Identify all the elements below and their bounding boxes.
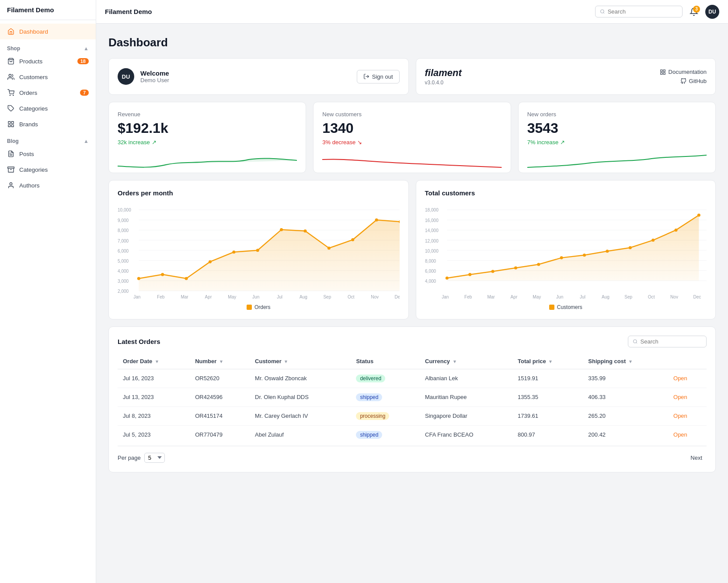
topbar-right: 3 DU [595,5,719,19]
svg-text:18,000: 18,000 [425,208,439,212]
row-action-link[interactable]: Open [673,431,687,438]
svg-text:10,000: 10,000 [118,208,131,212]
svg-text:Apr: Apr [510,295,517,299]
filament-version: v3.0.4.0 [425,80,462,86]
sidebar-item-customers[interactable]: Customers [0,69,96,85]
svg-rect-19 [663,73,665,74]
svg-text:10,000: 10,000 [425,249,439,253]
col-currency[interactable]: Currency ▾ [420,354,512,369]
shopping-cart-icon [7,89,15,97]
svg-point-90 [697,214,700,217]
documentation-link[interactable]: Documentation [660,69,707,75]
sidebar-brands-label: Brands [19,121,38,128]
per-page-select[interactable]: 5 10 25 [144,453,165,463]
orders-legend-label: Orders [254,304,271,310]
orders-chart-area: 10,000 9,000 8,000 7,000 6,000 5,000 4,0… [118,204,400,301]
next-button[interactable]: Next [686,452,707,463]
cell-currency: Singapore Dollar [420,406,512,425]
main-content: Dashboard DU Welcome Demo User Sign out [96,24,728,583]
sidebar-item-categories-shop[interactable]: Categories [0,101,96,116]
svg-text:3,000: 3,000 [118,279,129,284]
users-icon [7,73,15,81]
row-action-link[interactable]: Open [673,413,687,419]
status-badge: delivered [356,375,385,382]
stats-row: Revenue $192.1k 32k increase ↗ New custo… [108,102,716,173]
sidebar-item-products[interactable]: Products 18 [0,53,96,69]
col-number[interactable]: Number ▾ [190,354,250,369]
topbar-app-title: Filament Demo [105,8,152,15]
col-order-date[interactable]: Order Date ▾ [118,354,190,369]
sign-out-label: Sign out [372,73,393,80]
sidebar-item-categories-blog[interactable]: Categories [0,162,96,177]
svg-text:5,000: 5,000 [118,259,129,264]
sidebar-item-dashboard[interactable]: Dashboard [0,24,96,39]
cell-customer: Mr. Carey Gerlach IV [250,406,351,425]
sidebar-item-orders[interactable]: Orders 7 [0,85,96,101]
shopping-bag-icon [7,57,15,65]
col-shipping[interactable]: Shipping cost ▾ [583,354,668,369]
cell-action[interactable]: Open [668,425,707,444]
sidebar-orders-label: Orders [19,90,37,96]
github-link[interactable]: GitHub [680,78,707,84]
status-badge: shipped [356,431,382,439]
orders-table-header: Latest Orders [118,336,707,347]
status-badge: processing [356,412,389,420]
filament-brand: filament [425,67,462,79]
welcome-heading: Welcome [140,69,169,77]
svg-rect-5 [8,121,10,124]
table-row: Jul 5, 2023 OR770479 Abel Zulauf shipped… [118,425,707,444]
search-input[interactable] [608,8,678,15]
svg-line-104 [636,342,637,343]
shop-chevron-icon: ▲ [84,45,89,52]
cell-action[interactable]: Open [668,369,707,388]
customers-chart-card: Total customers 18,000 16,000 14,000 12,… [416,180,716,319]
user-icon [7,181,15,189]
svg-text:Jun: Jun [252,295,259,299]
svg-text:Aug: Aug [300,295,307,299]
cell-status: processing [351,406,420,425]
decrease-icon: ↘ [357,139,362,146]
col-status: Status [351,354,420,369]
sidebar-item-brands[interactable]: Brands [0,116,96,132]
table-search-input[interactable] [641,338,702,345]
user-avatar[interactable]: DU [705,5,719,19]
cell-date: Jul 5, 2023 [118,425,190,444]
col-total[interactable]: Total price ▾ [512,354,583,369]
per-page-label: Per page [118,455,141,461]
table-search-box[interactable] [628,336,707,347]
documentation-label: Documentation [669,69,707,75]
row-action-link[interactable]: Open [673,375,687,382]
sidebar-item-authors[interactable]: Authors [0,177,96,193]
sign-out-button[interactable]: Sign out [357,70,400,83]
row-action-link[interactable]: Open [673,394,687,400]
svg-point-83 [537,263,540,266]
home-icon [7,28,15,35]
svg-text:Dec: Dec [395,295,400,299]
cell-action[interactable]: Open [668,406,707,425]
svg-rect-18 [663,69,665,71]
cell-date: Jul 13, 2023 [118,388,190,406]
svg-point-48 [351,238,354,241]
svg-point-39 [137,277,140,280]
svg-text:Nov: Nov [670,295,678,299]
svg-text:9,000: 9,000 [118,218,129,223]
sort-icon-customer: ▾ [285,359,287,364]
svg-point-2 [10,95,10,95]
svg-point-89 [674,229,677,232]
svg-point-46 [303,229,307,233]
svg-point-79 [445,277,448,280]
archive-icon [7,166,15,174]
svg-text:Jan: Jan [133,295,140,299]
stat-customers-value: 1340 [322,120,502,136]
orders-sparkline [527,151,707,173]
col-customer[interactable]: Customer ▾ [250,354,351,369]
search-box[interactable] [595,6,683,17]
svg-line-15 [603,13,604,14]
notifications-button[interactable]: 3 [690,7,698,16]
notification-badge: 3 [693,6,700,13]
svg-text:Apr: Apr [205,295,212,299]
cell-action[interactable]: Open [668,388,707,406]
sidebar-item-posts[interactable]: Posts [0,146,96,162]
orders-chart-svg: 10,000 9,000 8,000 7,000 6,000 5,000 4,0… [118,204,400,301]
svg-point-40 [161,273,164,276]
